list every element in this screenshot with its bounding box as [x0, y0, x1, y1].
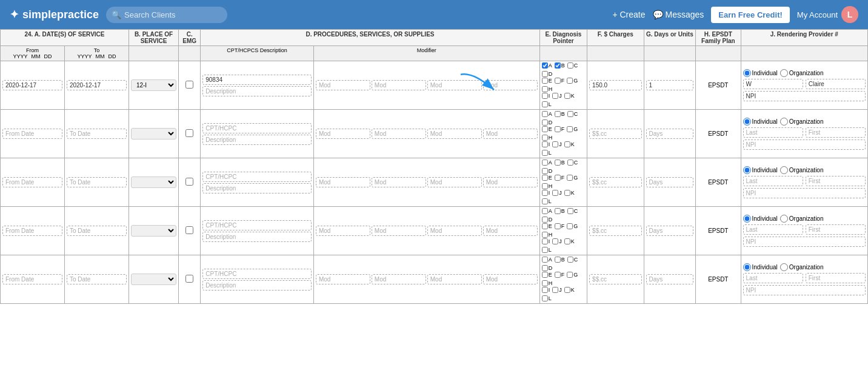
units-input-4[interactable]	[646, 274, 694, 284]
mod-input-3-0[interactable]	[316, 226, 370, 236]
mod-input-4-2[interactable]	[427, 274, 482, 284]
diag-checkbox-4-C[interactable]	[567, 257, 573, 263]
diag-checkbox-2-I[interactable]	[542, 190, 548, 196]
mod-input-3-1[interactable]	[372, 226, 426, 236]
diag-checkbox-4-D[interactable]	[542, 265, 548, 271]
last-name-input-0[interactable]	[743, 79, 803, 89]
to-date-input-3[interactable]	[67, 226, 127, 236]
cpt-input-3[interactable]	[202, 220, 312, 230]
diag-checkbox-0-H[interactable]	[542, 86, 548, 92]
individual-radio-2[interactable]	[743, 166, 751, 174]
diag-checkbox-4-E[interactable]	[542, 272, 548, 278]
mod-input-0-1[interactable]	[372, 80, 426, 90]
diag-checkbox-4-F[interactable]	[555, 272, 561, 278]
mod-input-1-0[interactable]	[316, 129, 370, 139]
mod-input-3-3[interactable]	[483, 226, 538, 236]
organization-radio-4[interactable]	[780, 263, 788, 271]
units-input-0[interactable]	[646, 80, 694, 90]
organization-radio-1[interactable]	[780, 118, 788, 126]
mod-input-1-3[interactable]	[483, 129, 538, 139]
units-input-2[interactable]	[646, 177, 694, 187]
from-date-input-1[interactable]	[2, 129, 62, 139]
emg-checkbox-3[interactable]	[185, 226, 193, 234]
individual-radio-3[interactable]	[743, 215, 751, 223]
mod-input-2-3[interactable]	[483, 177, 538, 187]
first-name-input-3[interactable]	[806, 224, 866, 235]
diag-checkbox-4-I[interactable]	[542, 287, 548, 293]
diag-checkbox-3-G[interactable]	[567, 223, 573, 229]
place-select-3[interactable]	[131, 225, 176, 237]
last-name-input-2[interactable]	[743, 176, 803, 186]
logo[interactable]: ✦ simplepractice	[10, 8, 99, 21]
diag-checkbox-1-B[interactable]	[555, 111, 561, 117]
diag-checkbox-4-H[interactable]	[542, 280, 548, 286]
earn-credit-button[interactable]: Earn Free Credit!	[711, 7, 789, 23]
cpt-input-4[interactable]	[202, 269, 312, 279]
from-date-input-3[interactable]	[2, 226, 62, 236]
diag-checkbox-0-B[interactable]	[555, 62, 561, 69]
npi-input-2[interactable]	[743, 188, 866, 198]
diag-checkbox-0-I[interactable]	[542, 93, 548, 99]
diag-checkbox-1-F[interactable]	[555, 126, 561, 132]
diag-checkbox-4-G[interactable]	[567, 272, 573, 278]
first-name-input-0[interactable]	[806, 79, 866, 89]
place-select-4[interactable]	[131, 274, 176, 285]
emg-checkbox-1[interactable]	[185, 129, 193, 137]
mod-input-0-2[interactable]	[427, 80, 482, 90]
last-name-input-4[interactable]	[743, 273, 803, 283]
to-date-input-2[interactable]	[67, 177, 127, 187]
organization-radio-3[interactable]	[780, 215, 788, 223]
diag-checkbox-2-H[interactable]	[542, 183, 548, 189]
diag-checkbox-0-A[interactable]	[542, 62, 548, 69]
diag-checkbox-3-B[interactable]	[555, 208, 561, 214]
diag-checkbox-1-C[interactable]	[567, 111, 573, 117]
diag-checkbox-2-J[interactable]	[552, 190, 558, 196]
last-name-input-3[interactable]	[743, 224, 803, 235]
mod-input-4-0[interactable]	[316, 274, 370, 284]
organization-radio-0[interactable]	[780, 69, 788, 77]
mod-input-0-3[interactable]	[483, 80, 538, 90]
diag-checkbox-2-K[interactable]	[564, 190, 570, 196]
from-date-input-0[interactable]	[2, 80, 62, 90]
diag-checkbox-1-K[interactable]	[564, 141, 570, 147]
cpt-input-1[interactable]	[202, 123, 312, 133]
diag-checkbox-3-H[interactable]	[542, 232, 548, 238]
search-input[interactable]	[106, 7, 227, 23]
mod-input-3-2[interactable]	[427, 226, 482, 236]
diag-checkbox-0-G[interactable]	[567, 78, 573, 84]
place-select-1[interactable]	[131, 128, 176, 140]
desc-input-2[interactable]	[202, 183, 312, 193]
diag-checkbox-0-D[interactable]	[542, 71, 548, 77]
charges-input-2[interactable]	[589, 177, 641, 187]
diag-checkbox-0-F[interactable]	[555, 78, 561, 84]
diag-checkbox-3-A[interactable]	[542, 208, 548, 214]
diag-checkbox-4-K[interactable]	[564, 287, 570, 293]
charges-input-3[interactable]	[589, 226, 641, 236]
from-date-input-2[interactable]	[2, 177, 62, 187]
diag-checkbox-3-C[interactable]	[567, 208, 573, 214]
last-name-input-1[interactable]	[743, 127, 803, 138]
diag-checkbox-0-J[interactable]	[552, 93, 558, 99]
mod-input-4-3[interactable]	[483, 274, 538, 284]
charges-input-0[interactable]	[589, 80, 641, 90]
mod-input-2-0[interactable]	[316, 177, 370, 187]
desc-input-3[interactable]	[202, 232, 312, 242]
diag-checkbox-1-L[interactable]	[542, 150, 548, 156]
diag-checkbox-2-C[interactable]	[567, 160, 573, 166]
units-input-1[interactable]	[646, 129, 694, 139]
desc-input-1[interactable]	[202, 135, 312, 145]
npi-input-3[interactable]	[743, 237, 866, 247]
diag-checkbox-2-D[interactable]	[542, 168, 548, 174]
diag-checkbox-3-D[interactable]	[542, 217, 548, 223]
mod-input-1-1[interactable]	[372, 129, 426, 139]
messages-button[interactable]: 💬 Messages	[653, 10, 704, 19]
diag-checkbox-0-C[interactable]	[567, 62, 573, 69]
to-date-input-1[interactable]	[67, 129, 127, 139]
first-name-input-2[interactable]	[806, 176, 866, 186]
mod-input-2-1[interactable]	[372, 177, 426, 187]
diag-checkbox-1-D[interactable]	[542, 119, 548, 126]
diag-checkbox-2-B[interactable]	[555, 160, 561, 166]
diag-checkbox-2-G[interactable]	[567, 175, 573, 181]
charges-input-4[interactable]	[589, 274, 641, 284]
diag-checkbox-4-L[interactable]	[542, 295, 548, 301]
